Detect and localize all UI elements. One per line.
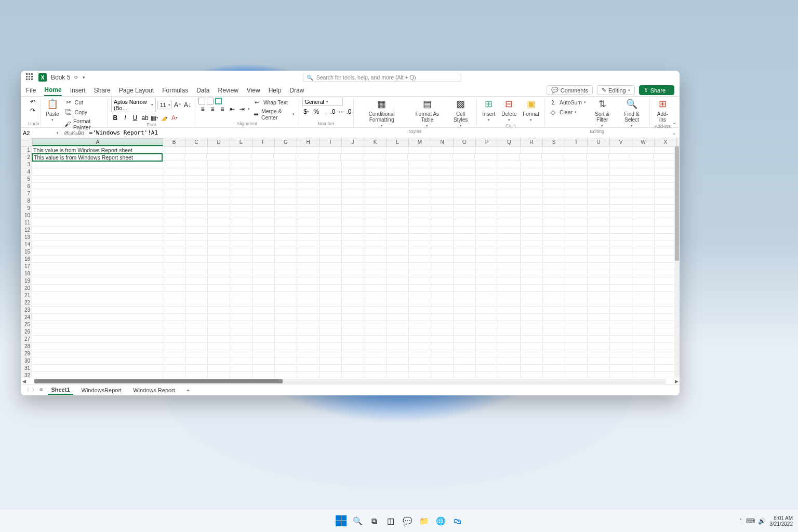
cell-H22[interactable] [297,299,320,307]
cell-I1[interactable] [320,147,342,154]
cell-B20[interactable] [163,285,185,292]
cell-J29[interactable] [342,350,364,357]
cell-V11[interactable] [610,219,632,227]
cell-S16[interactable] [543,256,565,263]
cell-M16[interactable] [409,256,431,263]
cell-C21[interactable] [185,292,208,299]
cell-T10[interactable] [565,212,588,219]
cell-K18[interactable] [364,270,387,277]
cell-X1[interactable] [655,147,677,154]
col-header-J[interactable]: J [342,138,364,146]
vertical-scrollbar[interactable] [674,147,680,377]
cell-W11[interactable] [632,219,655,227]
cell-K2[interactable] [363,154,385,161]
cell-J11[interactable] [342,219,364,227]
cell-Q22[interactable] [498,299,521,307]
cell-F17[interactable] [252,263,275,270]
cell-O27[interactable] [454,336,476,343]
cell-X7[interactable] [655,190,677,197]
row-header[interactable]: 16 [21,256,32,263]
sheet-prev-icon[interactable]: 〈 [24,386,30,394]
cell-F31[interactable] [252,365,275,372]
cell-H11[interactable] [297,219,320,227]
cell-O1[interactable] [454,147,476,154]
cell-D26[interactable] [208,328,230,336]
cell-R24[interactable] [521,314,543,321]
row-header[interactable]: 7 [21,190,32,197]
cell-N24[interactable] [431,314,454,321]
cell-G20[interactable] [275,285,297,292]
cell-J12[interactable] [342,227,364,234]
find-select-button[interactable]: 🔍Find & Select▾ [617,98,646,129]
cell-T29[interactable] [565,350,588,357]
col-header-A[interactable]: A [32,138,163,146]
cell-A27[interactable] [32,336,163,343]
cell-P28[interactable] [476,343,498,350]
cell-G24[interactable] [275,314,297,321]
cell-G31[interactable] [275,365,297,372]
cell-V8[interactable] [610,197,632,205]
cell-T27[interactable] [565,336,588,343]
cell-F8[interactable] [252,197,275,205]
cell-A8[interactable] [32,197,163,205]
cell-X26[interactable] [655,328,677,336]
cell-U15[interactable] [588,248,610,256]
row-header[interactable]: 20 [21,285,32,292]
cell-X11[interactable] [655,219,677,227]
row-header[interactable]: 22 [21,299,32,307]
cell-G32[interactable] [275,372,297,378]
cell-C18[interactable] [185,270,208,277]
cell-V14[interactable] [610,241,632,248]
cell-R13[interactable] [521,234,543,241]
cell-I28[interactable] [320,343,342,350]
cell-H9[interactable] [297,205,320,212]
cell-R2[interactable] [520,154,542,161]
cell-J5[interactable] [342,176,364,183]
cell-I13[interactable] [320,234,342,241]
cell-P19[interactable] [476,277,498,285]
cell-O4[interactable] [454,168,476,176]
currency-icon[interactable]: $▾ [302,108,311,116]
cell-A30[interactable] [32,357,163,365]
cell-S7[interactable] [543,190,565,197]
cell-R20[interactable] [521,285,543,292]
cell-J28[interactable] [342,343,364,350]
cell-D24[interactable] [208,314,230,321]
cell-J3[interactable] [342,161,364,168]
cell-L3[interactable] [387,161,409,168]
cell-H27[interactable] [297,336,320,343]
cell-T13[interactable] [565,234,588,241]
cell-V2[interactable] [609,154,631,161]
cell-S26[interactable] [543,328,565,336]
cell-E12[interactable] [230,227,252,234]
cell-Q18[interactable] [498,270,521,277]
cell-E13[interactable] [230,234,252,241]
cell-C23[interactable] [185,307,208,314]
cell-P1[interactable] [476,147,498,154]
cell-M27[interactable] [409,336,431,343]
cell-R23[interactable] [521,307,543,314]
cell-B14[interactable] [163,241,185,248]
cell-K12[interactable] [364,227,387,234]
format-as-table-button[interactable]: ▤Format As Table▾ [409,98,446,129]
cell-I11[interactable] [320,219,342,227]
cell-Q32[interactable] [498,372,521,378]
cell-C27[interactable] [185,336,208,343]
cell-H21[interactable] [297,292,320,299]
cell-P3[interactable] [476,161,498,168]
cell-F19[interactable] [252,277,275,285]
cell-C12[interactable] [185,227,208,234]
cell-K3[interactable] [364,161,387,168]
cell-G13[interactable] [275,234,297,241]
cell-Q6[interactable] [498,183,521,190]
cell-D23[interactable] [208,307,230,314]
cell-R5[interactable] [521,176,543,183]
cell-V19[interactable] [610,277,632,285]
cell-C6[interactable] [185,183,208,190]
cell-Q24[interactable] [498,314,521,321]
cell-S18[interactable] [543,270,565,277]
delete-cells-button[interactable]: ⊟Delete▾ [499,98,518,123]
font-size-select[interactable]: 11▾ [157,101,172,109]
cell-Q11[interactable] [498,219,521,227]
cell-X31[interactable] [655,365,677,372]
